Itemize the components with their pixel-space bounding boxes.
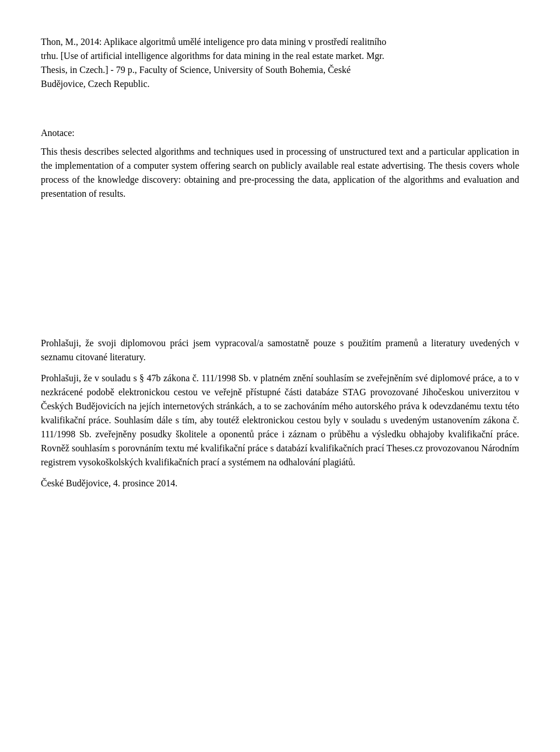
annotation-section: Anotace: This thesis describes selected … [41, 126, 519, 201]
citation-text: Thon, M., 2014: Aplikace algoritmů umělé… [41, 35, 519, 91]
page: Thon, M., 2014: Aplikace algoritmů umělé… [0, 0, 560, 752]
declaration-2-text: Prohlašuji, že v souladu s § 47b zákona … [41, 371, 519, 469]
declaration-2-intro: Prohlašuji, že v souladu s § 47b zákona … [41, 373, 367, 383]
declaration-1-text: Prohlašuji, že svoji diplomovou práci js… [41, 336, 519, 364]
location-date-block: České Budějovice, 4. prosince 2014. [41, 476, 519, 490]
citation-block: Thon, M., 2014: Aplikace algoritmů umělé… [41, 35, 519, 91]
declaration-2-block: Prohlašuji, že v souladu s § 47b zákona … [41, 371, 519, 469]
declaration-2-body: zveřejněním své diplomové práce, a to v … [41, 373, 519, 467]
annotation-heading: Anotace: [41, 126, 519, 140]
spacer-1 [41, 98, 519, 110]
mid-spacer [41, 208, 519, 336]
location-date-text: České Budějovice, 4. prosince 2014. [41, 476, 519, 490]
citation-line1: Thon, M., 2014: Aplikace algoritmů umělé… [41, 37, 386, 47]
citation-line3: Thesis, in Czech.] - 79 p., Faculty of S… [41, 65, 351, 75]
citation-line2: trhu. [Use of artificial intelligence al… [41, 51, 384, 61]
citation-line4: Budějovice, Czech Republic. [41, 79, 150, 89]
annotation-body: This thesis describes selected algorithm… [41, 145, 519, 201]
declaration-1-block: Prohlašuji, že svoji diplomovou práci js… [41, 336, 519, 364]
